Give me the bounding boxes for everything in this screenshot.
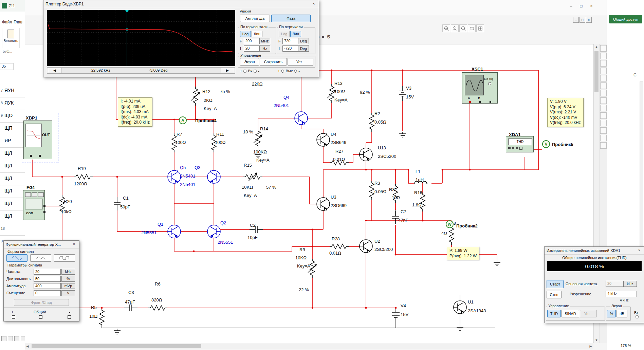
measure-tool-icon[interactable]: ● [321, 34, 324, 39]
cursor-right-button[interactable]: ▶ [221, 68, 234, 73]
excel-status-icon[interactable] [14, 336, 19, 341]
component-label[interactable]: U13 [378, 145, 386, 150]
close-icon[interactable]: × [636, 248, 642, 253]
component-label[interactable]: 47μF [125, 299, 135, 305]
component-label[interactable]: 100Ω [175, 140, 186, 145]
excel-row[interactable]: ЯР [0, 135, 25, 148]
component-label[interactable]: 2N5401 [180, 182, 196, 187]
component-label[interactable]: R28 [332, 236, 340, 241]
component-label[interactable]: R11 [216, 132, 224, 137]
fgen-param-unit[interactable]: kHz [61, 269, 75, 275]
bode-titlebar[interactable]: Плоттер Боде-XBP1 × [43, 0, 319, 8]
component-label[interactable]: 2N5551 [218, 240, 233, 245]
fgen-param-value[interactable]: 0 [34, 290, 61, 296]
bode-phase-button[interactable]: Фаза [271, 15, 311, 22]
component-label[interactable]: C2 [250, 223, 256, 228]
component-label[interactable]: U1 [468, 299, 474, 305]
right-toolbar-icon[interactable] [600, 120, 607, 126]
distortion-analyzer-icon-xda1[interactable]: THD [506, 136, 534, 152]
component-label[interactable]: 2SB649 [331, 140, 346, 145]
function-generator-icon-xfg1[interactable]: COM [23, 190, 45, 220]
zoom-sheet-button[interactable] [476, 24, 484, 32]
fgen-param-value[interactable]: 400 [34, 283, 61, 289]
bode-plotter-icon-xbp1[interactable]: OUT [23, 121, 52, 159]
zoom-in-button[interactable] [442, 24, 450, 32]
oscilloscope-icon-xsc1[interactable]: Ext Trig A B [462, 72, 498, 104]
component-label[interactable]: R2 [374, 111, 380, 116]
right-toolbar-icon[interactable] [600, 75, 607, 81]
component-label[interactable]: R37 [389, 187, 397, 192]
component-label[interactable]: 2SC5200 [378, 154, 396, 159]
component-label[interactable]: 1200Ω [74, 181, 87, 186]
component-label[interactable]: 22 % [299, 287, 309, 292]
bode-amplitude-button[interactable]: Амплитуда [240, 15, 270, 22]
component-label[interactable]: 47nF [398, 218, 408, 223]
component-label[interactable]: Пробник5 [552, 142, 573, 147]
fgen-param-unit[interactable]: V [61, 290, 75, 296]
component-label[interactable]: 15V [406, 94, 414, 99]
zoom-fit-button[interactable] [468, 24, 476, 32]
component-label[interactable]: R5 [91, 305, 97, 310]
component-label[interactable]: R9 [299, 247, 305, 252]
thd-stop-button[interactable]: Стоп [547, 291, 562, 298]
component-label[interactable]: Key=A [204, 106, 217, 111]
component-label[interactable]: Q5 [180, 165, 186, 170]
close-button[interactable]: × [586, 2, 596, 10]
fgen-titlebar[interactable]: Функциональный генератор-X... × [4, 241, 79, 248]
thd-titlebar[interactable]: Измеритель нелинейных искажений-XDA1 × [545, 247, 644, 255]
component-label[interactable]: 2KΩ [204, 98, 213, 103]
right-toolbar-icon[interactable] [600, 53, 607, 59]
excel-paste-button[interactable]: Вставить [2, 28, 20, 48]
component-label[interactable]: 10KΩ [295, 255, 307, 260]
mdi-restore-button[interactable]: □ [579, 17, 585, 23]
xsc1-terminal[interactable] [490, 101, 491, 103]
zoom-area-button[interactable] [459, 24, 467, 32]
right-toolbar-icon[interactable] [600, 105, 607, 111]
component-label[interactable]: 100Ω [334, 89, 345, 94]
fgen-param-unit[interactable]: mVp [61, 283, 75, 289]
component-label[interactable]: 2SA1943 [468, 308, 486, 313]
right-toolbar-icon[interactable] [600, 45, 607, 52]
component-label[interactable]: XSC1 [472, 67, 483, 72]
component-label[interactable]: 15V [401, 312, 408, 317]
maximize-button[interactable]: □ [576, 2, 586, 10]
fgen-param-value[interactable]: 20 [34, 269, 61, 275]
zoom-out-button[interactable] [451, 24, 459, 32]
vscroll-thumb[interactable] [594, 51, 599, 92]
sine-wave-button[interactable] [6, 254, 27, 262]
component-label[interactable]: R12 [202, 89, 210, 94]
component-label[interactable]: U3 [331, 195, 336, 200]
xsc1-trig-terminal[interactable] [488, 82, 491, 85]
bode-v-i-unit[interactable]: Deg [298, 45, 309, 52]
component-label[interactable]: Key=A [334, 97, 348, 103]
scroll-left-arrow[interactable]: ◀ [25, 344, 30, 349]
component-label[interactable]: 2SC5200 [374, 247, 393, 252]
component-label[interactable]: 57 % [266, 185, 276, 190]
close-icon[interactable]: × [71, 242, 77, 247]
component-label[interactable]: U4 [331, 132, 336, 137]
xsc1-terminal[interactable] [469, 101, 471, 103]
thd-sinad-button[interactable]: SINAD [562, 310, 579, 317]
excel-row[interactable]: 8 ЯУК [0, 97, 25, 110]
component-label[interactable]: 2N5401 [180, 173, 196, 179]
right-toolbar-icon[interactable] [600, 127, 607, 134]
component-label[interactable]: L1 [416, 169, 420, 174]
thd-freq-unit[interactable]: kHz [623, 281, 637, 287]
right-toolbar-icon[interactable] [600, 90, 607, 96]
fgen-common-terminal[interactable] [39, 315, 42, 319]
thd-thd-button[interactable]: THD [547, 310, 561, 317]
component-label[interactable]: 4Ω [441, 231, 447, 236]
canvas-hscrollbar[interactable]: ◀ ▶ [25, 343, 593, 349]
thd-percent-button[interactable]: % [607, 310, 616, 317]
component-label[interactable]: 50pF [120, 204, 130, 209]
xfg1-terminal[interactable] [43, 211, 45, 213]
component-label[interactable]: R14 [260, 126, 268, 131]
component-label[interactable]: 820Ω [151, 297, 162, 302]
bode-h-log-button[interactable]: Log [240, 31, 251, 37]
component-label[interactable]: Q4 [283, 95, 289, 100]
component-label[interactable]: R19 [78, 166, 86, 171]
component-label[interactable]: R3 [374, 181, 380, 186]
component-label[interactable]: C3 [128, 290, 134, 295]
excel-name-box[interactable]: 35 [0, 63, 14, 70]
bode-h-f-value[interactable]: 200 [244, 38, 260, 44]
